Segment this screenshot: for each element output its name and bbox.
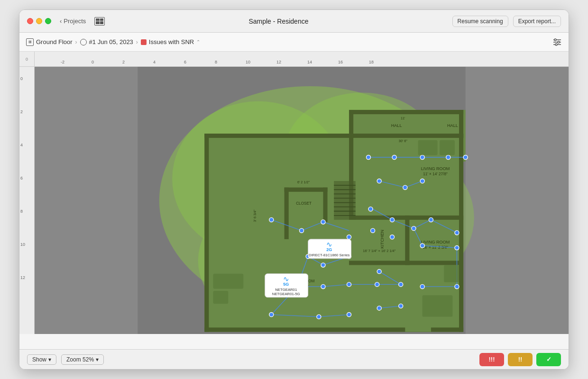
traffic-lights <box>27 18 51 24</box>
zoom-button[interactable]: Zoom 52% ▾ <box>61 354 104 365</box>
svg-rect-29 <box>405 216 409 265</box>
svg-text:LIVING ROOM: LIVING ROOM <box>421 166 450 171</box>
canvas-area[interactable]: LIVING ROOM 11' × 14' 27/8" LIVING ROOM … <box>35 67 569 334</box>
svg-point-87 <box>446 155 450 159</box>
svg-point-117 <box>420 244 424 248</box>
status-pill-warning[interactable]: !! <box>508 353 533 366</box>
svg-text:HALL: HALL <box>447 123 458 128</box>
maximize-button[interactable] <box>45 18 51 24</box>
status-pill-ok[interactable]: ✓ <box>536 353 561 366</box>
svg-point-111 <box>347 313 351 317</box>
ruler-h-tick: 18 <box>369 60 374 64</box>
svg-point-98 <box>429 217 433 222</box>
svg-text:6' 2 1/2": 6' 2 1/2" <box>297 180 310 184</box>
breadcrumb-sep-2: › <box>136 39 138 45</box>
svg-point-119 <box>455 284 459 289</box>
svg-text:CLOSET: CLOSET <box>296 201 312 206</box>
svg-rect-30 <box>334 181 355 220</box>
svg-rect-135 <box>213 291 229 304</box>
show-button[interactable]: Show ▾ <box>27 354 56 365</box>
toolbar: ⊞ Ground Floor › #1 Jun 05, 2023 › Issue… <box>19 33 569 52</box>
svg-point-100 <box>269 217 274 222</box>
ruler-h-tick: 4 <box>153 60 156 64</box>
svg-text:2G: 2G <box>326 247 332 252</box>
svg-point-91 <box>420 179 424 183</box>
zoom-chevron-icon: ▾ <box>96 356 99 363</box>
ruler-v-tick: 0 <box>20 76 23 81</box>
main-content: 0 -2 0 2 4 6 8 10 12 14 16 18 0 2 4 6 <box>19 52 569 349</box>
ruler-h-tick: 16 <box>338 60 343 64</box>
export-report-button[interactable]: Export report... <box>513 16 561 27</box>
show-chevron-icon: ▾ <box>48 356 51 363</box>
ruler-h-tick: 0 <box>92 60 94 64</box>
breadcrumb-scan[interactable]: #1 Jun 05, 2023 <box>80 38 133 45</box>
svg-point-101 <box>299 228 303 233</box>
svg-point-115 <box>377 306 381 310</box>
close-button[interactable] <box>27 18 33 24</box>
ruler-v-tick: 4 <box>20 143 23 147</box>
svg-point-84 <box>366 155 370 159</box>
svg-text:NETGEAR01-5G: NETGEAR01-5G <box>272 292 300 296</box>
svg-point-94 <box>371 228 375 233</box>
titlebar-actions: Resume scanning Export report... <box>452 16 561 27</box>
status-pill-critical[interactable]: !!! <box>479 353 504 366</box>
svg-point-88 <box>463 155 468 159</box>
app-window: ‹ Projects Sample - Residence Resume sca… <box>19 9 569 370</box>
svg-point-102 <box>321 220 325 224</box>
resume-scanning-button[interactable]: Resume scanning <box>452 16 508 27</box>
ruler-h-tick: 8 <box>215 60 217 64</box>
svg-text:5G: 5G <box>283 282 289 287</box>
svg-point-85 <box>392 155 396 159</box>
ruler-v-tick: 12 <box>20 275 25 280</box>
svg-point-120 <box>420 284 424 289</box>
svg-rect-27 <box>323 188 327 222</box>
svg-text:KITCHEN: KITCHEN <box>380 230 385 249</box>
svg-rect-19 <box>459 134 463 332</box>
svg-point-5 <box>555 44 557 45</box>
filter-button[interactable] <box>552 38 562 46</box>
svg-rect-25 <box>285 188 289 239</box>
back-button[interactable]: ‹ Projects <box>57 17 89 26</box>
svg-point-116 <box>399 304 403 308</box>
breadcrumb-issues[interactable]: Issues with SNR ⌃ <box>141 38 200 45</box>
layout-icon[interactable] <box>94 17 105 26</box>
svg-point-108 <box>347 282 351 287</box>
breadcrumb-floor[interactable]: ⊞ Ground Floor <box>26 38 73 46</box>
svg-text:16' 7 1/4" × 16' 2 1/4": 16' 7 1/4" × 16' 2 1/4" <box>363 249 395 253</box>
svg-point-109 <box>269 313 274 317</box>
svg-rect-54 <box>405 325 431 332</box>
svg-text:11': 11' <box>401 116 405 120</box>
svg-rect-134 <box>213 274 244 289</box>
svg-point-110 <box>317 315 321 319</box>
svg-point-89 <box>377 179 381 183</box>
issues-dot-icon <box>141 39 147 45</box>
window-title: Sample - Residence <box>110 18 446 25</box>
svg-rect-132 <box>423 295 453 316</box>
ruler-corner: 0 <box>19 52 35 67</box>
svg-rect-133 <box>444 265 459 282</box>
svg-point-114 <box>377 270 381 274</box>
svg-rect-26 <box>285 188 328 192</box>
svg-point-97 <box>412 226 416 231</box>
ruler-v-tick: 10 <box>20 242 25 247</box>
minimize-button[interactable] <box>36 18 42 24</box>
svg-text:HALL: HALL <box>391 123 402 128</box>
chevron-left-icon: ‹ <box>60 18 62 25</box>
svg-point-96 <box>390 235 394 239</box>
svg-text:DIRECT-81C1860 Series: DIRECT-81C1860 Series <box>309 253 349 257</box>
ruler-h-tick: -2 <box>61 60 64 64</box>
ruler-horizontal: -2 0 2 4 6 8 10 12 14 16 18 <box>35 52 569 67</box>
status-indicators: !!! !! ✓ <box>479 353 561 366</box>
ruler-vertical: 0 2 4 6 8 10 12 <box>19 67 35 334</box>
svg-point-95 <box>347 235 351 239</box>
svg-text:11' × 14' 27/8": 11' × 14' 27/8" <box>423 172 448 176</box>
ruler-h-tick: 10 <box>246 60 250 64</box>
svg-text:3' 6 3/4": 3' 6 3/4" <box>253 209 257 222</box>
svg-point-93 <box>390 217 394 222</box>
ruler-h-tick: 6 <box>184 60 186 64</box>
titlebar: ‹ Projects Sample - Residence Resume sca… <box>19 10 569 33</box>
svg-point-118 <box>455 246 459 250</box>
svg-point-99 <box>455 231 459 235</box>
svg-rect-16 <box>204 134 463 138</box>
svg-point-86 <box>420 155 424 159</box>
